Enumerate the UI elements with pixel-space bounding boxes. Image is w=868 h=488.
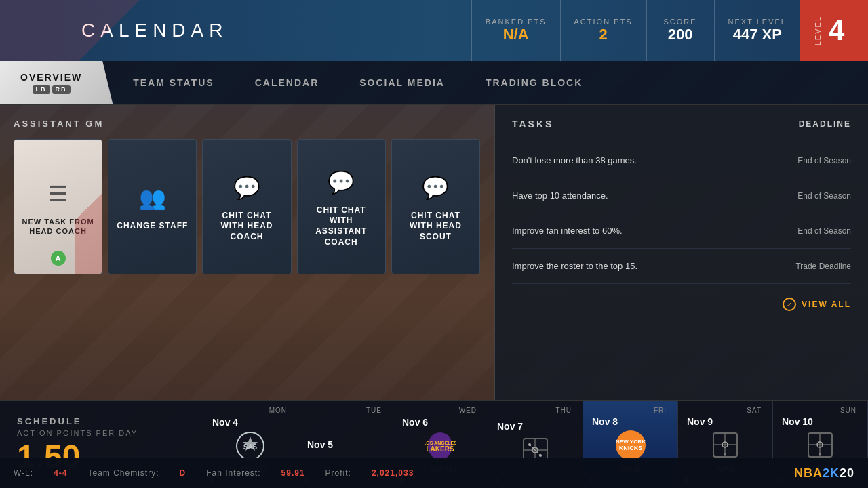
game-nov10-date: Nov 10 [782, 416, 813, 427]
card-diagonal [75, 140, 102, 274]
schedule-sub: ACTION POINTS PER DAY [17, 429, 186, 437]
card-chit-chat-assistant[interactable]: 💬 CHIT CHAT WITH ASSISTANT COACH [297, 139, 386, 274]
tab-overview[interactable]: OVERVIEW LB RB [0, 61, 113, 104]
header: CALENDAR BANKED PTS N/A ACTION PTS 2 SCO… [0, 0, 868, 61]
tasks-deadline-col: DEADLINE [799, 119, 851, 129]
tab-trading-block[interactable]: TRADING BLOCK [465, 61, 603, 104]
task-deadline-1: End of Season [797, 156, 851, 165]
tasks-title: TASKS [512, 119, 553, 129]
svg-text:KNICKS: KNICKS [618, 445, 642, 451]
game-nov10-day: SUN [840, 407, 856, 414]
game-nov5-date: Nov 5 [307, 439, 333, 450]
view-all-label: VIEW ALL [802, 300, 851, 309]
nba2k-logo: NBA2K20 [794, 466, 854, 481]
rb-btn: RB [52, 85, 71, 94]
chemistry-value: D [180, 468, 186, 478]
tab-calendar-label: CALENDAR [255, 77, 319, 88]
task-item-1: Don't lose more than 38 games. End of Se… [512, 143, 851, 178]
tab-overview-label: OVERVIEW [20, 72, 82, 83]
profit-value: 2,021,033 [372, 468, 414, 478]
task-deadline-2: End of Season [797, 191, 851, 201]
card-change-staff[interactable]: 👥 CHANGE STAFF [108, 139, 197, 274]
game-nov4-day: MON [269, 407, 287, 414]
svg-text:×: × [724, 452, 726, 456]
svg-text:×: × [818, 452, 821, 456]
assistant-gm-panel: ASSISTANT GM ☰ NEW TASK FROM HEAD COACH … [0, 105, 495, 400]
view-all-icon: ✓ [783, 298, 796, 311]
game-nov9-logo: × [709, 428, 743, 462]
game-nov10-logo: × [804, 428, 837, 462]
card-chit-chat-scout[interactable]: 💬 CHIT CHAT WITH HEAD SCOUT [391, 139, 480, 274]
lb-btn: LB [33, 85, 50, 94]
game-nov4-date: Nov 4 [212, 417, 238, 428]
game-nov7-date: Nov 7 [497, 421, 523, 432]
task-text-1: Don't lose more than 38 games. [512, 155, 637, 165]
cards-row: ☰ NEW TASK FROM HEAD COACH A 👥 CHANGE ST… [14, 139, 480, 274]
game-nov5-day: TUE [366, 407, 382, 414]
new-task-icon: ☰ [48, 181, 68, 207]
chit-chat-assistant-icon: 💬 [328, 169, 355, 195]
card-chit-chat-head[interactable]: 💬 CHIT CHAT WITH HEAD COACH [202, 139, 291, 274]
game-nov6-day: WED [459, 407, 477, 414]
tasks-header: TASKS DEADLINE [512, 119, 851, 133]
tab-trading-block-label: TRADING BLOCK [486, 77, 583, 88]
svg-text:NEW YORK: NEW YORK [616, 439, 646, 445]
svg-text:LAKERS: LAKERS [426, 445, 454, 453]
tasks-panel: TASKS DEADLINE Don't lose more than 38 g… [495, 105, 868, 400]
header-diagonal [0, 0, 868, 61]
task-deadline-3: End of Season [797, 226, 851, 236]
chemistry-label: Team Chemistry: [87, 468, 159, 478]
new-task-badge: A [51, 251, 66, 266]
game-nov8-logo: NEW YORK KNICKS [614, 428, 648, 462]
chit-chat-assistant-label: CHIT CHAT WITH ASSISTANT COACH [304, 205, 378, 247]
level-label: LEVEL [814, 16, 822, 45]
tab-social-media[interactable]: SOCIAL MEDIA [339, 61, 465, 104]
task-item-3: Improve fan interest to 60%. End of Seas… [512, 214, 851, 249]
game-nov9-day: SAT [747, 407, 762, 414]
tab-team-status[interactable]: TEAM STATUS [113, 61, 234, 104]
task-deadline-4: Trade Deadline [795, 262, 851, 271]
assistant-gm-title: ASSISTANT GM [14, 119, 480, 129]
task-item-2: Have top 10 attendance. End of Season [512, 178, 851, 214]
nav-tabs: OVERVIEW LB RB TEAM STATUS CALENDAR SOCI… [0, 61, 868, 105]
card-new-task[interactable]: ☰ NEW TASK FROM HEAD COACH A [14, 139, 102, 274]
tab-calendar[interactable]: CALENDAR [235, 61, 340, 104]
change-staff-icon: 👥 [139, 185, 166, 211]
task-text-2: Have top 10 attendance. [512, 190, 608, 201]
wl-value: 4-4 [54, 468, 67, 478]
tab-overview-badge: LB RB [33, 85, 71, 94]
chit-chat-scout-icon: 💬 [422, 175, 449, 201]
task-text-3: Improve fan interest to 60%. [512, 226, 623, 236]
game-nov7-day: THU [555, 407, 572, 414]
svg-text:LOS ANGELES: LOS ANGELES [425, 441, 456, 445]
game-nov8-day: FRI [654, 407, 667, 414]
change-staff-label: CHANGE STAFF [117, 221, 188, 232]
upper-section: ASSISTANT GM ☰ NEW TASK FROM HEAD COACH … [0, 105, 868, 400]
tab-social-media-label: SOCIAL MEDIA [359, 77, 445, 88]
chit-chat-head-label: CHIT CHAT WITH HEAD COACH [210, 211, 283, 243]
chit-chat-scout-label: CHIT CHAT WITH HEAD SCOUT [399, 211, 473, 243]
game-nov6-date: Nov 6 [402, 417, 428, 428]
main-content: ASSISTANT GM ☰ NEW TASK FROM HEAD COACH … [0, 105, 868, 488]
schedule-label: SCHEDULE [17, 416, 186, 426]
task-item-4: Improve the roster to the top 15. Trade … [512, 249, 851, 284]
view-all-button[interactable]: ✓ VIEW ALL [783, 298, 851, 311]
profit-label: Profit: [326, 468, 351, 478]
fan-interest-value: 59.91 [281, 468, 305, 478]
tab-team-status-label: TEAM STATUS [133, 77, 214, 88]
wl-label: W-L: [14, 468, 33, 478]
game-nov8-date: Nov 8 [592, 416, 618, 427]
bottom-bar: W-L: 4-4 Team Chemistry: D Fan Interest:… [0, 458, 868, 488]
bottom-stats: W-L: 4-4 Team Chemistry: D Fan Interest:… [14, 468, 414, 478]
chit-chat-head-icon: 💬 [233, 175, 260, 201]
tab-overview-inner: OVERVIEW LB RB [20, 72, 82, 94]
game-nov9-date: Nov 9 [687, 416, 713, 427]
task-text-4: Improve the roster to the top 15. [512, 261, 637, 271]
fan-interest-label: Fan Interest: [206, 468, 260, 478]
